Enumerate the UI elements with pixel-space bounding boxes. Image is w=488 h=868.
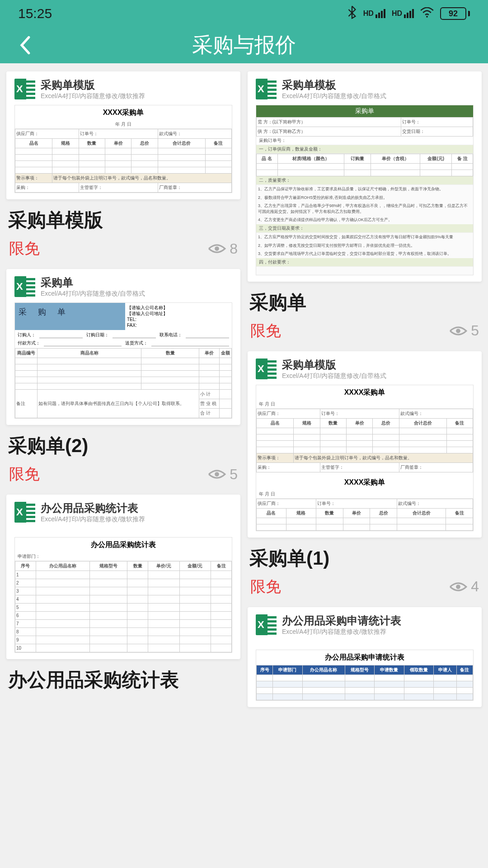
- thumb-subtitle: Excel/A4打印/内容随意修改/自带格式: [41, 290, 145, 298]
- thumb-subtitle: Excel/A4打印/内容随意修改/自带格式: [282, 92, 386, 100]
- eye-icon: [208, 243, 226, 255]
- app-header: 采购与报价: [0, 27, 488, 63]
- svg-point-2: [215, 472, 219, 476]
- thumb-subtitle: Excel/A4打印/内容随意修改/自带格式: [282, 372, 386, 380]
- excel-icon: [256, 614, 277, 635]
- view-count: 5: [208, 466, 238, 483]
- page-title: 采购与报价: [0, 31, 488, 59]
- thumbnail: 办公用品采购申请统计表 Excel/A4打印/内容随意修改/微软推荐 办公用品采…: [248, 607, 482, 707]
- view-count: 5: [449, 322, 479, 339]
- excel-icon: [256, 359, 277, 379]
- view-count: 8: [208, 241, 238, 257]
- left-column: 采购单模版 Excel/A4打印/内容随意修改/微软推荐 XXXX采购单 年 月…: [6, 71, 240, 707]
- wifi-icon: [420, 6, 434, 21]
- right-column: 采购单模板 Excel/A4打印/内容随意修改/自带格式 采购单 需 方：(以下…: [248, 71, 482, 707]
- signal-icon-1: [375, 9, 385, 18]
- free-badge: 限免: [250, 576, 281, 597]
- thumbnail: 采购单 Excel/A4打印/内容随意修改/自带格式 采 购 单 【请输入公司名…: [6, 269, 240, 425]
- card-title: 采购单(1): [248, 546, 482, 571]
- card-title: 办公用品采购统计表: [6, 667, 240, 693]
- excel-icon: [14, 79, 35, 99]
- template-card[interactable]: 采购单模板 Excel/A4打印/内容随意修改/自带格式 采购单 需 方：(以下…: [248, 71, 482, 341]
- thumb-subtitle: Excel/A4打印/内容随意修改/微软推荐: [41, 92, 145, 100]
- thumb-title: 采购单: [41, 275, 145, 290]
- template-card[interactable]: 采购单 Excel/A4打印/内容随意修改/自带格式 采 购 单 【请输入公司名…: [6, 269, 240, 485]
- template-card[interactable]: 采购单模版 Excel/A4打印/内容随意修改/自带格式 XXXX采购单 年 月…: [248, 351, 482, 597]
- thumbnail: 采购单模版 Excel/A4打印/内容随意修改/微软推荐 XXXX采购单 年 月…: [6, 71, 240, 199]
- thumb-title: 办公用品采购统计表: [41, 501, 145, 515]
- svg-point-0: [426, 16, 428, 18]
- free-badge: 限免: [9, 238, 40, 259]
- excel-icon: [256, 79, 277, 99]
- thumb-title: 办公用品采购申请统计表: [282, 613, 401, 628]
- card-title: 采购单(2): [6, 433, 240, 458]
- view-count: 4: [449, 578, 479, 595]
- eye-icon: [449, 581, 467, 593]
- eye-icon: [208, 468, 226, 480]
- hd-label-1: HD: [363, 9, 374, 18]
- thumb-subtitle: Excel/A4打印/内容随意修改/微软推荐: [282, 628, 401, 636]
- thumbnail: 办公用品采购统计表 Excel/A4打印/内容随意修改/微软推荐 办公用品采购统…: [6, 495, 240, 659]
- excel-icon: [14, 276, 35, 297]
- template-card[interactable]: 办公用品采购统计表 Excel/A4打印/内容随意修改/微软推荐 办公用品采购统…: [6, 495, 240, 693]
- thumb-title: 采购单模版: [282, 358, 386, 372]
- template-card[interactable]: 采购单模版 Excel/A4打印/内容随意修改/微软推荐 XXXX采购单 年 月…: [6, 71, 240, 259]
- battery-icon: 92: [440, 7, 470, 20]
- thumbnail: 采购单模板 Excel/A4打印/内容随意修改/自带格式 采购单 需 方：(以下…: [248, 71, 482, 282]
- eye-icon: [449, 325, 467, 337]
- card-title: 采购单模版: [6, 208, 240, 233]
- free-badge: 限免: [9, 464, 40, 485]
- free-badge: 限免: [250, 321, 281, 341]
- svg-point-3: [456, 329, 460, 333]
- bluetooth-icon: [347, 5, 357, 22]
- svg-point-1: [215, 246, 219, 251]
- back-button[interactable]: [14, 34, 36, 57]
- thumb-title: 采购单模板: [282, 78, 386, 92]
- thumbnail: 采购单模版 Excel/A4打印/内容随意修改/自带格式 XXXX采购单 年 月…: [248, 351, 482, 538]
- excel-icon: [14, 502, 35, 523]
- card-title: 采购单: [248, 290, 482, 315]
- hd-label-2: HD: [392, 9, 402, 18]
- template-grid: 采购单模版 Excel/A4打印/内容随意修改/微软推荐 XXXX采购单 年 月…: [0, 63, 488, 715]
- thumb-title: 采购单模版: [41, 78, 145, 92]
- status-bar: 15:25 HD HD 92: [0, 0, 488, 27]
- status-time: 15:25: [18, 6, 52, 21]
- template-card[interactable]: 办公用品采购申请统计表 Excel/A4打印/内容随意修改/微软推荐 办公用品采…: [248, 607, 482, 707]
- thumb-subtitle: Excel/A4打印/内容随意修改/微软推荐: [41, 515, 145, 524]
- signal-icon-2: [404, 9, 414, 18]
- svg-point-4: [456, 585, 460, 589]
